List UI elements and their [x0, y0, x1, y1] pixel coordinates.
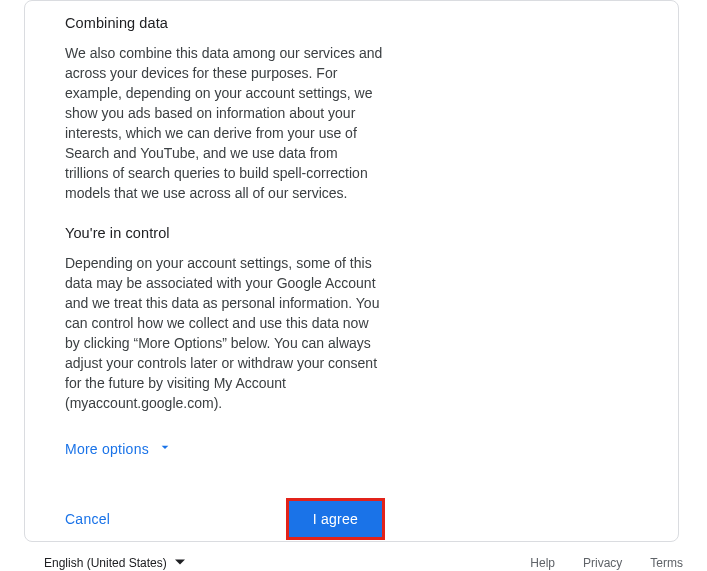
- chevron-down-icon: [157, 439, 173, 458]
- combining-data-body: We also combine this data among our serv…: [65, 35, 385, 203]
- agree-highlight: I agree: [286, 498, 385, 540]
- caret-down-icon: [175, 556, 185, 570]
- action-row: Cancel I agree: [65, 498, 385, 540]
- youre-in-control-heading: You're in control: [65, 203, 385, 245]
- language-label: English (United States): [44, 556, 167, 570]
- more-options-button[interactable]: More options: [65, 439, 173, 458]
- agree-button[interactable]: I agree: [289, 501, 382, 537]
- terms-link[interactable]: Terms: [650, 556, 683, 570]
- content-column: Combining data We also combine this data…: [65, 1, 385, 540]
- privacy-link[interactable]: Privacy: [583, 556, 622, 570]
- youre-in-control-body: Depending on your account settings, some…: [65, 245, 385, 413]
- help-link[interactable]: Help: [530, 556, 555, 570]
- cancel-button[interactable]: Cancel: [65, 503, 110, 535]
- footer-links: Help Privacy Terms: [530, 556, 683, 570]
- footer: English (United States) Help Privacy Ter…: [0, 542, 707, 571]
- language-selector[interactable]: English (United States): [24, 556, 185, 570]
- combining-data-heading: Combining data: [65, 1, 385, 35]
- more-options-label: More options: [65, 441, 149, 457]
- consent-card: Combining data We also combine this data…: [24, 0, 679, 542]
